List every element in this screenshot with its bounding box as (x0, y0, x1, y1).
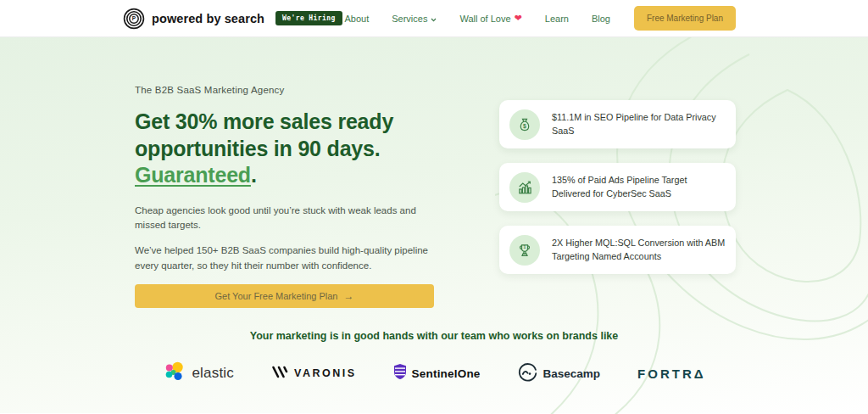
powered-by-search-logo-icon: P (123, 8, 145, 30)
brand-logo[interactable]: P powered by search (123, 8, 264, 30)
heading-line: Guaranteed. (135, 162, 434, 189)
svg-text:1: 1 (524, 244, 526, 249)
nav-label: About (345, 14, 370, 24)
brand-name: powered by search (152, 12, 264, 25)
hero-cta-label: Get Your Free Marketing Plan (215, 291, 338, 301)
hero-eyebrow: The B2B SaaS Marketing Agency (135, 83, 434, 98)
heading-line: opportunities in 90 days. (135, 136, 434, 163)
svg-text:$: $ (523, 122, 526, 129)
basecamp-logo: Basecamp (518, 362, 601, 385)
brand-logo-text: Basecamp (543, 367, 601, 380)
money-bag-icon: $ (509, 109, 540, 140)
brand-logo-text: elastic (192, 365, 234, 382)
result-cards: $ $11.1M in SEO Pipeline for Data Privac… (499, 83, 736, 308)
brand-logo-text: FORTRΔ (637, 366, 703, 381)
hero-paragraph-2: We’ve helped 150+ B2B SaaS companies bui… (135, 243, 434, 273)
arrow-right-icon: → (343, 291, 353, 301)
nav-item-about[interactable]: About (345, 14, 370, 24)
heading-line: Get 30% more sales ready (135, 109, 434, 136)
sentinelone-logo-icon (394, 364, 406, 383)
hero-content: The B2B SaaS Marketing Agency Get 30% mo… (0, 37, 868, 308)
hero-copy: The B2B SaaS Marketing Agency Get 30% mo… (135, 83, 434, 308)
basecamp-logo-icon (518, 362, 537, 385)
heart-icon: ❤ (515, 14, 522, 23)
nav-label: Services (392, 14, 427, 24)
brands-heading: Your marketing is in good hands with our… (0, 330, 868, 342)
hero-paragraph-1: Cheap agencies look good until you’re st… (135, 204, 434, 233)
elastic-logo: elastic (164, 361, 234, 386)
trophy-icon: 1 (509, 235, 540, 266)
hero-section: The B2B SaaS Marketing Agency Get 30% mo… (0, 37, 868, 413)
were-hiring-badge[interactable]: We're Hiring (275, 11, 342, 25)
guaranteed-link[interactable]: Guaranteed (135, 163, 251, 187)
fortra-triangle-icon: Δ (694, 366, 704, 381)
nav-label: Learn (545, 14, 569, 24)
brand-logo-text: SentinelOne (412, 367, 481, 380)
result-card-text: 135% of Paid Ads Pipeline Target Deliver… (552, 174, 726, 200)
main-nav: About Services Wall of Love ❤ Learn Blog (345, 14, 610, 24)
heading-period: . (251, 163, 257, 187)
nav-item-blog[interactable]: Blog (592, 14, 610, 24)
nav-item-learn[interactable]: Learn (545, 14, 569, 24)
svg-text:P: P (132, 15, 136, 21)
result-card-seo: $ $11.1M in SEO Pipeline for Data Privac… (499, 100, 736, 148)
chevron-down-icon (431, 14, 437, 24)
get-your-free-marketing-plan-button[interactable]: Get Your Free Marketing Plan → (135, 284, 434, 308)
brands-section: Your marketing is in good hands with our… (0, 330, 868, 386)
elastic-logo-icon (164, 361, 186, 386)
nav-item-wall-of-love[interactable]: Wall of Love ❤ (459, 14, 521, 24)
result-card-text: 2X Higher MQL:SQL Conversion with ABM Ta… (552, 237, 726, 263)
brand-logo-row: elastic VARONIS (0, 361, 868, 386)
varonis-logo: VARONIS (271, 366, 357, 382)
bar-chart-icon (509, 172, 540, 203)
site-header: P powered by search We're Hiring About S… (0, 0, 868, 37)
varonis-logo-icon (271, 366, 288, 382)
nav-label: Blog (592, 14, 610, 24)
free-marketing-plan-button[interactable]: Free Marketing Plan (634, 6, 736, 31)
hero-heading: Get 30% more sales ready opportunities i… (135, 109, 434, 189)
result-card-abm: 1 2X Higher MQL:SQL Conversion with ABM … (499, 226, 736, 274)
brand-logo-text: VARONIS (294, 367, 357, 379)
nav-item-services[interactable]: Services (392, 14, 437, 24)
fortra-letters: FORTR (637, 366, 694, 381)
sentinelone-logo: SentinelOne (394, 364, 481, 383)
result-card-paid-ads: 135% of Paid Ads Pipeline Target Deliver… (499, 163, 736, 211)
result-card-text: $11.1M in SEO Pipeline for Data Privacy … (552, 111, 726, 137)
fortra-logo: FORTRΔ (637, 366, 703, 381)
nav-label: Wall of Love (459, 14, 510, 24)
